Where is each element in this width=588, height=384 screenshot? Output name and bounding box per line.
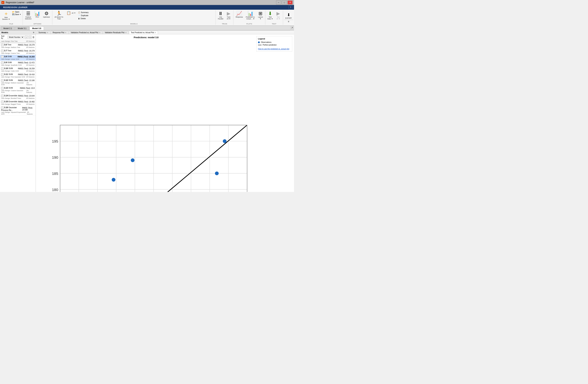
model-id-label: ☆3.14 Ensemble xyxy=(1,94,17,97)
app-icon: ▲ xyxy=(1,1,4,4)
optimizer-button[interactable]: ⚙ Optimizer xyxy=(42,11,51,18)
undock-button[interactable]: ↗ xyxy=(290,26,294,30)
list-item[interactable]: ☆3.16 Gaussian Process Re... RMSE (Test)… xyxy=(0,106,36,116)
options-section: ☰ FeatureSelection 📊 PCA ⚙ Optimizer OPT… xyxy=(23,10,52,25)
model-icon: ☆ xyxy=(1,101,4,103)
list-item[interactable]: ☆3.14 Ensemble RMSE (Test): 23.644 Last … xyxy=(0,94,36,100)
panel-collapse-icon[interactable]: ≡ xyxy=(33,31,34,34)
train-all-button[interactable]: ▶ TrainAll ▼ xyxy=(225,11,232,20)
legend-title: Legend xyxy=(258,38,291,40)
model-change-label: Last change: Boosted Trees xyxy=(1,97,21,99)
list-item[interactable]: ☆3.7 Tree RMSE (Test): 19.279 Last chang… xyxy=(0,49,36,55)
feature-selection-button[interactable]: ☰ FeatureSelection xyxy=(24,11,33,20)
list-item[interactable]: ☆3.9 SVM RMSE (Test): 12.472 Last change… xyxy=(0,61,36,67)
list-item[interactable]: ☆3.12 SVM RMSE (Test): 13.166 Last chang… xyxy=(0,79,36,86)
model-icon: ☆ xyxy=(1,79,4,82)
list-item[interactable]: ☆3.11 SVM RMSE (Test): 16.416 Last chang… xyxy=(0,73,36,79)
test-pred-tab-close[interactable]: ✕ xyxy=(155,32,156,34)
val-pred-tab-close[interactable]: ✕ xyxy=(99,32,101,34)
plots-label: PLOTS xyxy=(234,23,264,25)
file-section: ＋ NewSession ▼ 📂 Open 💾 Save ▼ FILE xyxy=(0,10,23,25)
list-item[interactable]: ☆3.8 SVM RMSE (Test): 10.203 Last change… xyxy=(0,55,36,61)
model-rmse-label: RMSE (Test): 23.644 xyxy=(18,95,35,97)
maximize-button[interactable]: □ xyxy=(282,0,287,4)
right-panel: Summary ✕ Response Plot ✕ Validation Pre… xyxy=(36,30,294,192)
model-change-label: Last change: Bagged Trees xyxy=(1,103,21,105)
title-bar: ▲ Regression Learner - untitled* ─ □ ✕ xyxy=(0,0,294,5)
val-pred-tab-label: Validation Predicted vs. Actual Plot xyxy=(71,32,98,34)
sort-desc-button[interactable]: ↓ xyxy=(25,36,28,39)
response-plot-tab[interactable]: Response Plot ✕ xyxy=(51,31,68,34)
sort-bar: Sort by: Model Number RMSE Name ↓ ↑ 🗑 xyxy=(0,35,36,40)
pca-button[interactable]: 📊 PCA xyxy=(33,11,41,18)
model-change-label: Last change: Cubic SVM xyxy=(1,70,19,72)
response-button[interactable]: 📈 Response xyxy=(234,11,244,18)
model-tab-2-1[interactable]: Model 2.1 xyxy=(1,26,15,30)
list-item[interactable]: ☆3.15 Ensemble RMSE (Test): 19.482 Last … xyxy=(0,100,36,106)
sort-asc-button[interactable]: ↑ xyxy=(28,36,32,39)
ribbon-tab-label[interactable]: REGRESSION LEARNER xyxy=(1,6,29,9)
model-features-label: 3/5 features xyxy=(26,52,35,54)
observations-dot xyxy=(258,42,260,43)
y-tick-label: 180 xyxy=(52,188,58,192)
model-icon: ☆ xyxy=(1,73,4,76)
validation-residuals-tab[interactable]: Validation Residuals Plot ✕ xyxy=(103,31,129,34)
duplicate-label: Duplicate xyxy=(81,15,88,17)
validation-predicted-tab[interactable]: Validation Predicted vs. Actual Plot ✕ xyxy=(69,31,103,34)
list-item[interactable]: ☆3.13 SVM RMSE (Test): 10.8 Last change:… xyxy=(0,86,36,94)
plots-section: 📈 Response 📊 Predicted vs.Actual ... ▼ ⊞… xyxy=(233,10,265,25)
collapse-icon[interactable]: ≡ xyxy=(288,20,289,23)
model-id-label: ☆3.13 SVM xyxy=(1,87,13,90)
export-label: EXPORT xyxy=(285,17,292,19)
new-session-label: NewSession ▼ xyxy=(2,17,10,20)
model-change-label: Last change: Linear SVM xyxy=(1,58,19,60)
model-change-label: Last change: Coarse Tree xyxy=(1,52,20,54)
test-data-button[interactable]: ⬇ TestData ▼ xyxy=(266,11,274,20)
predicted-actual-button[interactable]: 📊 Predicted vs.Actual ... ▼ xyxy=(245,11,256,20)
model-tab-3-1[interactable]: Model 3.1 xyxy=(15,26,29,30)
sort-select[interactable]: Model Number RMSE Name xyxy=(7,36,24,39)
response-tab-close[interactable]: ✕ xyxy=(65,32,66,34)
test-label: TEST xyxy=(266,23,282,25)
layout-label: Layout▼ xyxy=(258,16,263,20)
summary-button[interactable]: 📋 Summary xyxy=(77,11,89,14)
file-label: FILE xyxy=(1,23,21,25)
delete-model-button[interactable]: 🗑 xyxy=(32,36,35,39)
use-parallel-button[interactable]: ⏸ UseParallel xyxy=(217,11,224,20)
perfect-prediction-label: Perfect prediction xyxy=(263,44,277,46)
panel-title: Models xyxy=(1,31,8,34)
model-header-features: 3/5 features xyxy=(26,40,35,42)
save-button[interactable]: 💾 Save ▼ xyxy=(12,13,21,16)
help-button[interactable]: ? xyxy=(289,5,293,9)
ribbon-toolbar: ＋ NewSession ▼ 📂 Open 💾 Save ▼ FILE ☰ xyxy=(0,10,294,26)
y-tick-label: 195 xyxy=(52,139,58,143)
how-to-use-link[interactable]: How to use the predicted vs. actual plot xyxy=(258,48,291,50)
duplicate-button[interactable]: 📄 Duplicate xyxy=(77,14,89,17)
close-button[interactable]: ✕ xyxy=(288,0,293,4)
list-item[interactable]: ☆3.6 Tree RMSE (Test): 19.279 Last chang… xyxy=(0,43,36,49)
summary-plot-tab[interactable]: Summary ✕ xyxy=(37,31,50,34)
use-parallel-icon: ⏸ xyxy=(218,11,223,16)
all-models-button[interactable]: 📋 All ▼ xyxy=(65,11,77,15)
list-item[interactable]: ☆3.10 SVM RMSE (Test): 18.259 Last chang… xyxy=(0,67,36,73)
layout-button[interactable]: ⊞ Layout▼ xyxy=(257,11,264,20)
minimize-button[interactable]: ─ xyxy=(276,0,281,4)
test-predicted-tab[interactable]: Test Predicted vs. Actual Plot ✕ xyxy=(129,31,158,34)
observation-dot xyxy=(131,158,135,162)
val-res-tab-close[interactable]: ✕ xyxy=(125,32,127,34)
export-button[interactable]: ⬇ EXPORT xyxy=(284,13,293,19)
feature-selection-label: FeatureSelection xyxy=(25,16,32,20)
test-data-icon: ⬇ xyxy=(268,11,272,16)
summary-tab-close[interactable]: ✕ xyxy=(47,32,48,34)
test-all-button[interactable]: ▶ TestAll ▼ xyxy=(275,11,282,20)
ribbon-header: REGRESSION LEARNER ? xyxy=(0,5,294,10)
response-label: Response xyxy=(236,16,243,18)
new-session-button[interactable]: ＋ NewSession ▼ xyxy=(1,11,11,21)
save-label: Save xyxy=(15,13,19,15)
model-tab-3-8[interactable]: Model 3.8 xyxy=(30,26,44,30)
open-button[interactable]: 📂 Open xyxy=(12,11,21,13)
model-rmse-label: RMSE (Test): 10.8 xyxy=(20,87,35,89)
delete-button[interactable]: 🗑 Delete xyxy=(77,17,89,20)
all-quick-train-button[interactable]: 🏃 All Quick-To-Train xyxy=(53,11,65,20)
model-list: ☆3.6 Tree RMSE (Test): 19.279 Last chang… xyxy=(0,43,36,192)
